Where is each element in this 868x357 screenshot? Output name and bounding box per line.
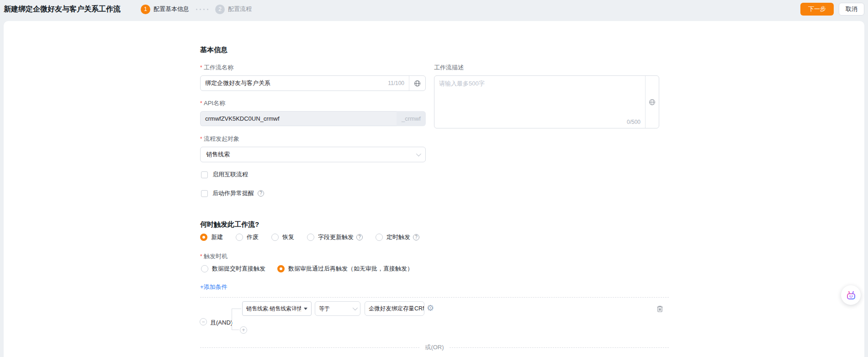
step-1-circle: 1 [141,5,150,14]
or-divider: 或(OR) [200,343,669,352]
page-title: 新建绑定企微好友与客户关系工作流 [4,5,121,14]
condition-bracket-line [232,330,239,330]
workflow-name-main: 11/100 [201,76,409,91]
api-name-suffix: _crmwf [397,111,426,126]
workflow-description-label: 工作流描述 [434,64,464,72]
caret-down-icon [304,308,307,310]
trigger-timing-radio-group: 数据提交时直接触发 数据审批通过后再触发（如无审批，直接触发） [201,265,413,273]
api-name-main [200,111,397,126]
condition-operator-dropdown[interactable]: 等于 [315,301,360,316]
or-divider-line [200,347,419,348]
help-icon[interactable]: ? [356,234,363,240]
add-condition-row-button[interactable]: + [240,326,247,334]
condition-bracket-line [232,309,241,309]
trigger-timing-label: 触发时机 [200,252,228,261]
radio-icon[interactable] [271,234,279,241]
trigger-option-restore[interactable]: 恢复 [271,233,294,241]
trigger-option-invalidate-label: 作废 [247,233,259,241]
step-divider-dots [196,9,208,10]
globe-icon [414,80,421,87]
radio-icon[interactable] [376,234,383,241]
trigger-option-invalidate[interactable]: 作废 [236,233,259,241]
topbar-actions: 下一步 取消 [800,3,864,16]
remove-condition-group-button[interactable]: − [200,318,207,325]
chevron-down-icon [416,151,421,156]
api-name-group: _crmwf [200,111,426,126]
enable-interconnect-label: 启用互联流程 [212,171,248,179]
initiator-object-value: 销售线索 [206,150,230,159]
or-divider-line [450,347,669,348]
api-name-input[interactable] [205,115,392,122]
condition-and-label: 且(AND) [210,319,233,327]
workflow-name-group: 11/100 [200,75,426,91]
workflow-name-translate-button[interactable] [409,76,425,91]
condition-value-text: 企微好友绑定存量CRM客 [369,305,424,313]
workflow-description-textarea[interactable] [434,76,645,128]
main-form-card: 基本信息 工作流名称 11/100 API名称 _crmwf 流程发起对象 销售… [4,21,864,357]
timing-option-on-submit-label: 数据提交时直接触发 [212,265,265,273]
workflow-name-label: 工作流名称 [200,64,233,72]
chevron-down-icon [353,305,358,310]
step-2: 2 配置流程 [215,5,252,14]
delete-condition-button[interactable] [656,305,664,315]
trigger-option-restore-label: 恢复 [282,233,294,241]
trigger-option-create[interactable]: 新建 [200,233,223,241]
post-action-alert-label: 后动作异常提醒 [212,189,254,197]
globe-icon [649,99,656,106]
condition-value-settings-gear-icon[interactable]: ⚙ [427,304,434,312]
condition-operator-value: 等于 [319,305,330,313]
trigger-type-radio-group: 新建 作废 恢复 字段更新触发 ? 定时触发 ? [200,233,419,241]
radio-selected-icon[interactable] [277,265,285,272]
step-indicator: 1 配置基本信息 2 配置流程 [141,5,252,14]
checkbox-icon[interactable] [201,171,208,178]
workflow-name-input[interactable] [205,80,384,87]
topbar: 新建绑定企微好友与客户关系工作流 1 配置基本信息 2 配置流程 下一步 取消 [0,0,868,18]
condition-group-divider [200,297,669,298]
post-action-alert-checkbox-row[interactable]: 后动作异常提醒 ? [201,189,264,197]
checkbox-icon[interactable] [201,190,208,197]
trigger-option-field-update[interactable]: 字段更新触发 ? [307,233,363,241]
trigger-option-field-update-label: 字段更新触发 [318,233,354,241]
robot-icon [846,290,857,301]
basic-info-section-title: 基本信息 [200,46,228,54]
description-translate-button[interactable] [645,76,659,128]
trigger-option-scheduled-label: 定时触发 [386,233,410,241]
trigger-option-scheduled[interactable]: 定时触发 ? [376,233,419,241]
step-2-label: 配置流程 [228,5,252,13]
condition-field-dropdown[interactable]: 销售线索.销售线索详情 [242,301,312,316]
workflow-description-counter: 0/500 [627,119,640,125]
step-1: 1 配置基本信息 [141,5,189,14]
step-1-label: 配置基本信息 [153,5,189,13]
radio-icon[interactable] [236,234,243,241]
condition-field-value: 销售线索.销售线索详情 [246,305,301,313]
help-icon[interactable]: ? [258,190,264,197]
next-step-button[interactable]: 下一步 [800,3,834,16]
api-name-label: API名称 [200,99,225,107]
workflow-description-group: 0/500 [434,75,659,128]
or-divider-label: 或(OR) [425,343,444,352]
condition-bracket-line [232,309,232,330]
timing-option-on-submit[interactable]: 数据提交时直接触发 [201,265,265,273]
radio-icon[interactable] [307,234,314,241]
help-icon[interactable]: ? [413,234,419,240]
trigger-section-title: 何时触发此工作流? [200,220,259,229]
initiator-object-select[interactable]: 销售线索 [200,147,426,162]
cancel-button[interactable]: 取消 [839,3,864,16]
step-2-circle: 2 [215,5,225,14]
trigger-option-create-label: 新建 [211,233,223,241]
radio-icon[interactable] [201,265,208,272]
trash-icon [656,305,664,313]
workflow-name-counter: 11/100 [388,80,404,86]
ai-assistant-button[interactable] [841,285,861,305]
timing-option-after-approval[interactable]: 数据审批通过后再触发（如无审批，直接触发） [277,265,413,273]
workflow-description-main: 0/500 [434,76,645,128]
condition-value-input[interactable]: 企微好友绑定存量CRM客 [365,301,424,316]
add-condition-link[interactable]: +添加条件 [200,283,228,291]
timing-option-after-approval-label: 数据审批通过后再触发（如无审批，直接触发） [288,265,413,273]
enable-interconnect-checkbox-row[interactable]: 启用互联流程 [201,171,248,179]
initiator-object-label: 流程发起对象 [200,135,239,143]
radio-selected-icon[interactable] [200,234,207,241]
